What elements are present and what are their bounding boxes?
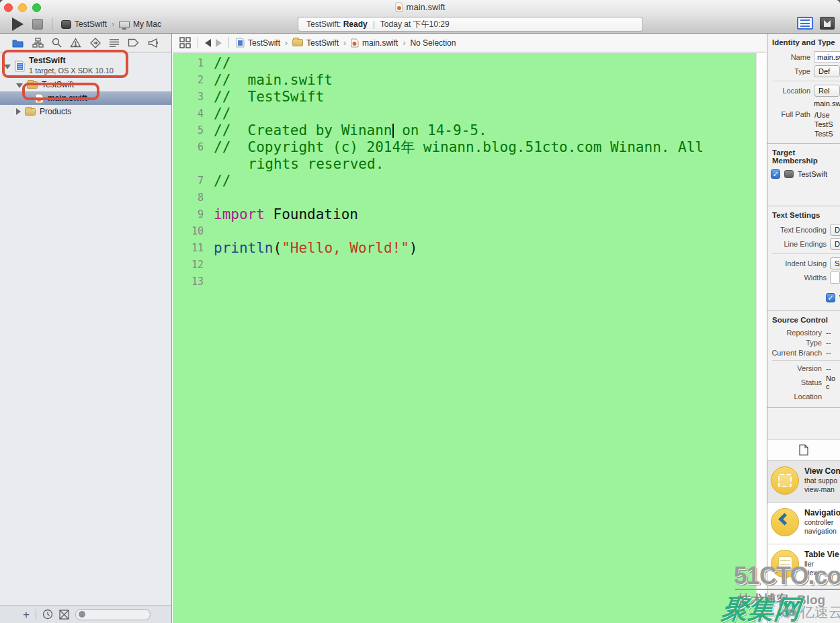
line-number[interactable]: 6: [173, 139, 204, 156]
token-comment: //: [214, 106, 230, 122]
status-value: No c: [826, 374, 840, 390]
widths-field[interactable]: [830, 272, 840, 284]
line-number[interactable]: 4: [173, 106, 204, 122]
file-template-library-icon[interactable]: [799, 444, 808, 456]
breakpoint-navigator-icon[interactable]: [128, 38, 139, 47]
code-text: // TestSwift: [214, 89, 324, 106]
code-line[interactable]: 12: [173, 257, 756, 274]
disclosure-triangle[interactable]: [16, 108, 21, 115]
line-number[interactable]: 9: [173, 206, 204, 223]
report-navigator-icon[interactable]: [148, 38, 159, 48]
project-navigator-icon[interactable]: [12, 38, 24, 48]
token-string: "Hello, World!": [282, 240, 409, 256]
token-comment: // Created by Winann: [214, 122, 392, 138]
assistant-editor-button[interactable]: [820, 17, 835, 30]
indent-dropdown[interactable]: Spa: [830, 257, 840, 269]
code-line[interactable]: 11println("Hello, World!"): [173, 240, 756, 257]
code-line[interactable]: 7//: [173, 173, 756, 190]
fullpath-label: Full Path: [767, 110, 810, 118]
search-navigator-icon[interactable]: [52, 38, 62, 48]
code-line[interactable]: 9import Foundation: [173, 206, 756, 223]
scheme-selector[interactable]: TestSwift › My Mac: [61, 19, 161, 29]
source-editor[interactable]: 1//2// main.swift3// TestSwift4//5// Cre…: [173, 53, 756, 623]
stop-button[interactable]: [32, 19, 43, 30]
location-dropdown[interactable]: Rel: [814, 85, 840, 97]
line-number[interactable]: 1: [173, 55, 204, 72]
widths-label: Widths: [767, 274, 827, 282]
status-project: TestSwift:: [306, 19, 341, 29]
library-item[interactable]: View Conthat suppoview-man: [767, 461, 840, 503]
encoding-dropdown[interactable]: Def: [830, 224, 840, 236]
wrap-lines-checkbox[interactable]: ✓: [826, 293, 835, 302]
type-dropdown[interactable]: Def: [814, 65, 840, 77]
project-name[interactable]: TestSwift: [29, 56, 114, 67]
file-name[interactable]: main.swift: [48, 93, 87, 103]
code-line[interactable]: 3// TestSwift: [173, 89, 756, 106]
code-line[interactable]: 10: [173, 223, 756, 240]
endings-dropdown[interactable]: Def: [830, 238, 840, 250]
breadcrumb-project[interactable]: TestSwift: [248, 38, 280, 48]
divider: [772, 360, 840, 361]
code-line[interactable]: 1//: [173, 55, 756, 72]
token-keyword: import: [214, 206, 265, 222]
line-number[interactable]: 12: [173, 257, 204, 274]
line-number[interactable]: 8: [173, 190, 204, 206]
code-text: rights reserved.: [214, 156, 384, 173]
scheme-device[interactable]: My Mac: [133, 19, 161, 29]
debug-navigator-icon[interactable]: [109, 38, 120, 47]
forward-button[interactable]: [216, 39, 222, 47]
test-navigator-icon[interactable]: [90, 38, 101, 48]
line-number[interactable]: 13: [173, 274, 204, 290]
recent-files-icon[interactable]: [42, 609, 53, 620]
tree-row-group[interactable]: TestSwift: [0, 78, 171, 91]
scheme-name[interactable]: TestSwift: [75, 19, 107, 29]
library-item-desc: that suppo: [804, 476, 840, 485]
code-line[interactable]: 13: [173, 274, 756, 290]
line-number[interactable]: 10: [173, 223, 204, 240]
code-line[interactable]: 4//: [173, 106, 756, 122]
disclosure-triangle[interactable]: [4, 65, 11, 69]
symbol-navigator-icon[interactable]: [32, 38, 44, 48]
table-view-controller-icon: [778, 556, 792, 572]
line-number[interactable]: 5: [173, 122, 204, 139]
products-name[interactable]: Products: [40, 107, 71, 116]
view-controller-icon: [778, 474, 792, 487]
tree-row-project[interactable]: TestSwift 1 target, OS X SDK 10.10: [0, 54, 171, 78]
run-button[interactable]: [12, 17, 24, 31]
branch-label: Current Branch: [767, 349, 822, 357]
tree-row-products[interactable]: Products: [0, 105, 171, 118]
related-items-icon[interactable]: [179, 37, 191, 48]
back-button[interactable]: [205, 39, 211, 47]
code-line[interactable]: rights reserved.: [173, 156, 756, 173]
folder-icon: [25, 108, 36, 116]
group-name[interactable]: TestSwift: [42, 80, 74, 89]
breadcrumb-selection[interactable]: No Selection: [410, 38, 456, 48]
library-item[interactable]: Table Viellerview.: [767, 544, 840, 586]
library-item-title: Navigatio: [804, 508, 840, 518]
breadcrumb-group[interactable]: TestSwift: [306, 38, 339, 48]
target-app-icon: [784, 170, 794, 178]
issue-navigator-icon[interactable]: [70, 38, 81, 48]
code-line[interactable]: 2// main.swift: [173, 72, 756, 89]
line-number[interactable]: 2: [173, 72, 204, 89]
code-line[interactable]: 8: [173, 190, 756, 206]
breadcrumb-file[interactable]: main.swift: [362, 38, 398, 48]
code-line[interactable]: 5// Created by Winann on 14-9-5.: [173, 122, 756, 139]
code-line[interactable]: 6// Copyright (c) 2014年 winann.blog.51ct…: [173, 139, 756, 156]
filter-field[interactable]: [75, 609, 151, 620]
target-checkbox[interactable]: ✓: [771, 169, 780, 179]
library-item[interactable]: Navigatiocontrollernavigation: [767, 503, 840, 544]
library-item-desc: view-man: [804, 485, 840, 494]
scrollbar-track[interactable]: [756, 53, 766, 623]
line-number[interactable]: [173, 156, 204, 173]
name-field[interactable]: main.swift: [814, 51, 840, 63]
line-number[interactable]: 11: [173, 240, 204, 257]
line-number[interactable]: 7: [173, 173, 204, 190]
token-comment: rights reserved.: [248, 156, 384, 172]
disclosure-triangle[interactable]: [16, 83, 23, 88]
tree-row-file-selected[interactable]: main.swift: [0, 91, 171, 105]
unsaved-files-icon[interactable]: [59, 610, 69, 620]
line-number[interactable]: 3: [173, 89, 204, 106]
standard-editor-button[interactable]: [797, 17, 813, 30]
add-button[interactable]: +: [23, 609, 30, 620]
